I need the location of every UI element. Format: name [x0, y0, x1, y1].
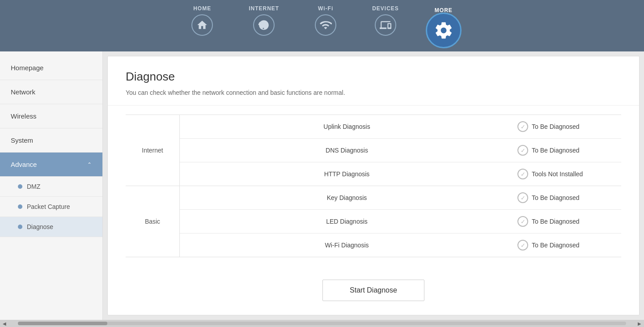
- more-gears-icon: [434, 21, 453, 40]
- scroll-left-arrow[interactable]: ◀: [0, 321, 9, 326]
- nav-label-home: HOME: [193, 5, 211, 12]
- sidebar-item-advance[interactable]: Advance ⌃: [0, 153, 102, 177]
- circle-check-dns: ✓: [517, 145, 528, 156]
- table-end-border: [126, 257, 621, 257]
- table-row: Wi-Fi Diagnosis ✓ To Be Diagnosed: [180, 234, 621, 257]
- home-icon: [196, 19, 208, 31]
- wifi-icon: [319, 19, 332, 31]
- sidebar-label-advance: Advance: [11, 161, 37, 168]
- table-row: Uplink Diagnosis ✓ To Be Diagnosed: [180, 115, 621, 139]
- top-nav: HOME INTERNET Wi-Fi DEVICES MORE: [0, 0, 644, 51]
- row-name-wifi-diag: Wi-Fi Diagnosis: [180, 242, 514, 249]
- row-name-dns: DNS Diagnosis: [180, 147, 514, 154]
- page-title: Diagnose: [126, 70, 621, 84]
- chevron-down-icon: ⌃: [87, 161, 92, 168]
- sidebar-item-homepage[interactable]: Homepage: [0, 56, 102, 80]
- row-name-uplink: Uplink Diagnosis: [180, 123, 514, 130]
- internet-icon-circle: [253, 14, 275, 36]
- wifi-icon-circle: [315, 14, 336, 36]
- nav-item-devices[interactable]: DEVICES: [372, 4, 399, 36]
- status-dns: To Be Diagnosed: [532, 147, 621, 154]
- nav-label-devices: DEVICES: [372, 5, 399, 12]
- row-name-http: HTTP Diagnosis: [180, 170, 514, 178]
- sidebar-label-system: System: [11, 136, 33, 144]
- sidebar-subitem-packet-capture[interactable]: Packet Capture: [0, 197, 102, 217]
- row-name-led: LED Diagnosis: [180, 218, 514, 225]
- internet-rows: Uplink Diagnosis ✓ To Be Diagnosed DNS D…: [179, 115, 621, 186]
- page-header: Diagnose You can check whether the netwo…: [108, 56, 639, 106]
- scroll-right-arrow[interactable]: ▶: [635, 321, 644, 326]
- check-icon-http: ✓: [514, 169, 532, 179]
- more-icon-circle: [426, 13, 462, 48]
- table-row: HTTP Diagnosis ✓ Tools Not Installed: [180, 162, 621, 186]
- sidebar-subitem-dmz[interactable]: DMZ: [0, 177, 102, 197]
- section-label-internet: Internet: [126, 115, 179, 186]
- page-description: You can check whether the network connec…: [126, 89, 621, 96]
- check-icon-uplink: ✓: [514, 121, 532, 132]
- devices-icon: [380, 19, 391, 31]
- check-icon-key: ✓: [514, 192, 532, 203]
- nav-label-more: MORE: [435, 7, 453, 13]
- table-row: DNS Diagnosis ✓ To Be Diagnosed: [180, 139, 621, 162]
- circle-check-wifi-diag: ✓: [517, 240, 528, 251]
- nav-item-more[interactable]: MORE: [435, 4, 453, 12]
- nav-label-internet: INTERNET: [249, 5, 279, 12]
- sidebar-label-packet-capture: Packet Capture: [27, 203, 70, 210]
- sidebar-label-dmz: DMZ: [27, 183, 40, 190]
- dot-icon-dmz: [18, 184, 22, 189]
- sidebar-label-wireless: Wireless: [11, 112, 37, 120]
- circle-check-uplink: ✓: [517, 121, 528, 132]
- button-area: Start Diagnose: [108, 266, 639, 310]
- sidebar: Homepage Network Wireless System Advance…: [0, 51, 103, 320]
- table-row: Key Diagnosis ✓ To Be Diagnosed: [180, 186, 621, 210]
- check-icon-led: ✓: [514, 216, 532, 227]
- table-row: LED Diagnosis ✓ To Be Diagnosed: [180, 210, 621, 234]
- dot-icon-packet: [18, 204, 22, 209]
- nav-items: HOME INTERNET Wi-Fi DEVICES MORE: [191, 4, 453, 36]
- status-key: To Be Diagnosed: [532, 194, 621, 201]
- sidebar-item-system[interactable]: System: [0, 128, 102, 153]
- scrollbar-track: [18, 322, 626, 325]
- page-panel: Diagnose You can check whether the netwo…: [107, 56, 640, 315]
- check-icon-dns: ✓: [514, 145, 532, 156]
- status-led: To Be Diagnosed: [532, 218, 621, 225]
- nav-item-internet[interactable]: INTERNET: [249, 4, 279, 36]
- circle-check-led: ✓: [517, 216, 528, 227]
- status-wifi-diag: To Be Diagnosed: [532, 242, 621, 249]
- nav-item-wifi[interactable]: Wi-Fi: [315, 4, 336, 36]
- nav-item-home[interactable]: HOME: [191, 4, 213, 36]
- internet-icon: [258, 19, 270, 31]
- circle-check-http: ✓: [517, 169, 528, 179]
- nav-label-wifi: Wi-Fi: [318, 5, 333, 12]
- status-http: Tools Not Installed: [532, 170, 621, 178]
- start-diagnose-button[interactable]: Start Diagnose: [322, 280, 424, 301]
- row-name-key: Key Diagnosis: [180, 194, 514, 201]
- main-content: Homepage Network Wireless System Advance…: [0, 51, 644, 320]
- sidebar-label-diagnose: Diagnose: [27, 223, 53, 230]
- diag-section-internet: Internet Uplink Diagnosis ✓ To Be Diagno…: [126, 115, 621, 186]
- sidebar-label-homepage: Homepage: [11, 64, 43, 72]
- devices-icon-circle: [375, 14, 396, 36]
- check-icon-wifi-diag: ✓: [514, 240, 532, 251]
- scrollbar-thumb[interactable]: [18, 322, 107, 325]
- sidebar-subitem-diagnose[interactable]: Diagnose: [0, 217, 102, 237]
- section-label-basic: Basic: [126, 186, 179, 257]
- status-uplink: To Be Diagnosed: [532, 123, 621, 130]
- diagnose-table: Internet Uplink Diagnosis ✓ To Be Diagno…: [108, 106, 639, 266]
- diag-section-basic: Basic Key Diagnosis ✓ To Be Diagnosed LE…: [126, 186, 621, 257]
- sidebar-label-network: Network: [11, 88, 35, 96]
- dot-icon-diagnose: [18, 225, 22, 229]
- home-icon-circle: [191, 14, 213, 36]
- sidebar-item-wireless[interactable]: Wireless: [0, 104, 102, 128]
- sidebar-item-network[interactable]: Network: [0, 80, 102, 104]
- bottom-scrollbar[interactable]: ◀ ▶: [0, 320, 644, 327]
- circle-check-key: ✓: [517, 192, 528, 203]
- basic-rows: Key Diagnosis ✓ To Be Diagnosed LED Diag…: [179, 186, 621, 257]
